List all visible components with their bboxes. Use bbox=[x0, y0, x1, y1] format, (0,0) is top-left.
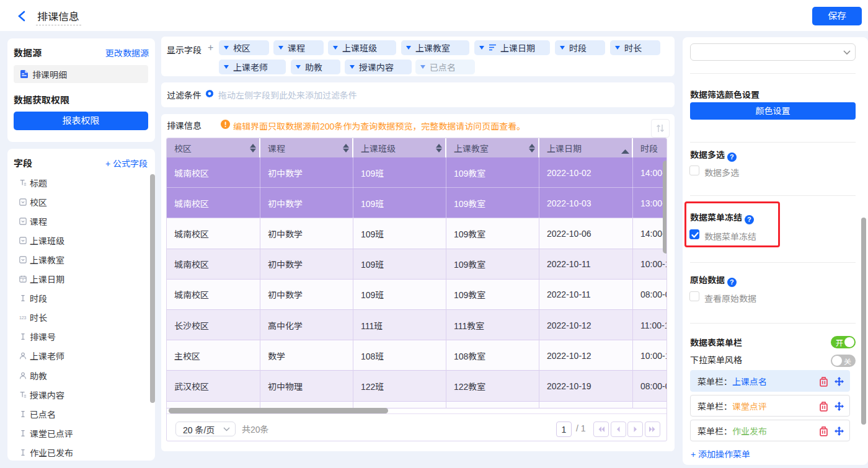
svg-text:123: 123 bbox=[19, 316, 27, 320]
svg-text:7: 7 bbox=[22, 278, 24, 282]
